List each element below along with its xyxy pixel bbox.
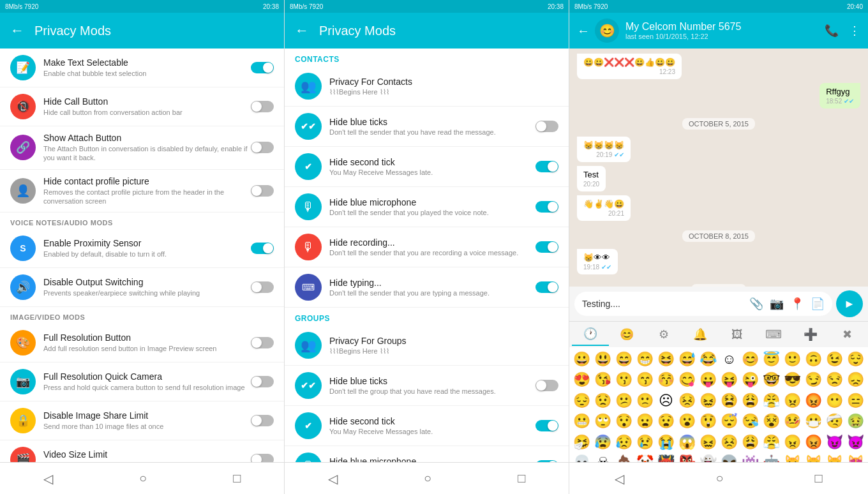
- emoji-cell[interactable]: 😝: [719, 370, 739, 389]
- chat-back-arrow[interactable]: ←: [577, 24, 590, 38]
- emoji-cell[interactable]: 😑: [846, 391, 865, 410]
- emoji-cell[interactable]: 😋: [677, 370, 697, 389]
- emoji-cell[interactable]: 😅: [677, 350, 697, 369]
- emoji-cell[interactable]: 😲: [698, 412, 718, 431]
- emoji-cell[interactable]: 😟: [593, 391, 613, 410]
- emoji-cell[interactable]: ☺: [719, 350, 739, 369]
- emoji-tab-settings[interactable]: ⚙: [645, 324, 682, 345]
- emoji-cell[interactable]: 👻: [698, 453, 718, 462]
- nav-back-2[interactable]: ◁: [328, 471, 338, 486]
- emoji-cell[interactable]: 😺: [782, 453, 802, 462]
- nav-home-3[interactable]: ○: [715, 471, 723, 486]
- emoji-cell[interactable]: 😶: [825, 391, 844, 410]
- emoji-cell[interactable]: 🙄: [593, 412, 613, 431]
- emoji-cell[interactable]: 😉: [825, 350, 844, 369]
- emoji-cell[interactable]: 😩: [740, 433, 760, 452]
- location-icon[interactable]: 📍: [790, 297, 804, 311]
- back-arrow-2[interactable]: ←: [295, 22, 309, 39]
- emoji-cell[interactable]: 👿: [846, 433, 865, 452]
- emoji-cell[interactable]: 😣: [677, 391, 697, 410]
- emoji-cell[interactable]: 😂: [698, 350, 718, 369]
- emoji-cell[interactable]: 😎: [782, 370, 802, 389]
- toggle-hide-second-tick-groups[interactable]: [535, 420, 558, 431]
- back-arrow-1[interactable]: ←: [10, 22, 24, 39]
- emoji-cell[interactable]: 😯: [614, 412, 634, 431]
- nav-recent-3[interactable]: □: [814, 471, 822, 486]
- emoji-cell[interactable]: 😦: [635, 412, 655, 431]
- toggle-hide-contact-pic[interactable]: [251, 185, 274, 197]
- chat-input-text[interactable]: Testing....: [582, 299, 620, 309]
- emoji-cell[interactable]: 😊: [740, 350, 760, 369]
- emoji-tab-keyboard[interactable]: ⌨: [756, 324, 793, 345]
- toggle-video-size-limit[interactable]: [251, 454, 274, 462]
- emoji-cell[interactable]: 💀: [572, 453, 592, 462]
- toggle-full-res-btn[interactable]: [251, 337, 274, 348]
- emoji-cell[interactable]: 😕: [614, 391, 634, 410]
- emoji-cell[interactable]: 😪: [740, 412, 760, 431]
- emoji-cell[interactable]: 😆: [656, 350, 676, 369]
- emoji-cell[interactable]: 🤓: [761, 370, 781, 389]
- call-icon[interactable]: 📞: [825, 24, 839, 38]
- emoji-cell[interactable]: 👽: [719, 453, 739, 462]
- emoji-cell[interactable]: 🤕: [825, 412, 844, 431]
- emoji-cell[interactable]: 🙃: [804, 350, 823, 369]
- emoji-cell[interactable]: ☹: [656, 391, 676, 410]
- emoji-cell[interactable]: 😚: [656, 370, 676, 389]
- toggle-proximity[interactable]: [251, 243, 274, 254]
- emoji-cell[interactable]: 😻: [846, 453, 865, 462]
- toggle-hide-blue-mic-contacts[interactable]: [535, 201, 558, 213]
- doc-icon[interactable]: 📄: [811, 297, 825, 311]
- toggle-hide-recording-contacts[interactable]: [535, 241, 558, 253]
- emoji-cell[interactable]: 😹: [825, 453, 844, 462]
- emoji-cell[interactable]: 😇: [761, 350, 781, 369]
- emoji-cell[interactable]: 😖: [698, 391, 718, 410]
- toggle-hide-blue-ticks-groups[interactable]: [535, 380, 558, 391]
- emoji-cell[interactable]: 😴: [719, 412, 739, 431]
- emoji-cell[interactable]: 😍: [572, 370, 592, 389]
- send-button[interactable]: ►: [836, 290, 863, 317]
- emoji-cell[interactable]: ☠: [593, 453, 613, 462]
- toggle-text-selectable[interactable]: [251, 62, 274, 73]
- emoji-cell[interactable]: 😘: [593, 370, 613, 389]
- emoji-cell[interactable]: 🤖: [761, 453, 781, 462]
- emoji-cell[interactable]: 😤: [761, 391, 781, 410]
- emoji-cell[interactable]: 😏: [804, 370, 823, 389]
- emoji-cell[interactable]: 😡: [804, 433, 823, 452]
- emoji-cell[interactable]: 🙁: [635, 391, 655, 410]
- emoji-cell[interactable]: 🤒: [782, 412, 802, 431]
- emoji-cell[interactable]: 😷: [804, 412, 823, 431]
- emoji-cell[interactable]: 👾: [740, 453, 760, 462]
- emoji-cell[interactable]: 😌: [846, 350, 865, 369]
- emoji-cell[interactable]: 😗: [614, 370, 634, 389]
- emoji-cell[interactable]: 😞: [846, 370, 865, 389]
- emoji-cell[interactable]: 😭: [656, 433, 676, 452]
- emoji-cell[interactable]: 😵: [761, 412, 781, 431]
- toggle-show-attach[interactable]: [251, 142, 274, 153]
- emoji-cell[interactable]: 😈: [825, 433, 844, 452]
- emoji-cell[interactable]: 😥: [614, 433, 634, 452]
- toggle-full-res-camera[interactable]: [251, 376, 274, 387]
- emoji-cell[interactable]: 😄: [614, 350, 634, 369]
- emoji-cell[interactable]: 😤: [761, 433, 781, 452]
- emoji-cell[interactable]: 😩: [740, 391, 760, 410]
- emoji-cell[interactable]: 😢: [635, 433, 655, 452]
- emoji-cell[interactable]: 🤧: [572, 433, 592, 452]
- emoji-cell[interactable]: 😮: [677, 412, 697, 431]
- emoji-tab-recent[interactable]: 🕐: [572, 323, 609, 346]
- emoji-cell[interactable]: 💩: [614, 453, 634, 462]
- emoji-cell[interactable]: 😁: [635, 350, 655, 369]
- emoji-cell[interactable]: 😠: [782, 391, 802, 410]
- emoji-cell[interactable]: 😱: [677, 433, 697, 452]
- attach-icon[interactable]: 📎: [749, 297, 763, 311]
- emoji-tab-add[interactable]: ➕: [792, 324, 829, 345]
- nav-back-1[interactable]: ◁: [43, 471, 53, 486]
- emoji-cell[interactable]: 😃: [593, 350, 613, 369]
- toggle-disable-share-limit[interactable]: [251, 415, 274, 426]
- nav-recent-2[interactable]: □: [518, 471, 525, 486]
- emoji-cell[interactable]: 😛: [698, 370, 718, 389]
- nav-home-1[interactable]: ○: [139, 471, 147, 486]
- toggle-hide-typing-contacts[interactable]: [535, 281, 558, 293]
- emoji-cell[interactable]: 🤡: [635, 453, 655, 462]
- nav-back-3[interactable]: ◁: [615, 471, 624, 486]
- toggle-hide-call[interactable]: [251, 101, 274, 112]
